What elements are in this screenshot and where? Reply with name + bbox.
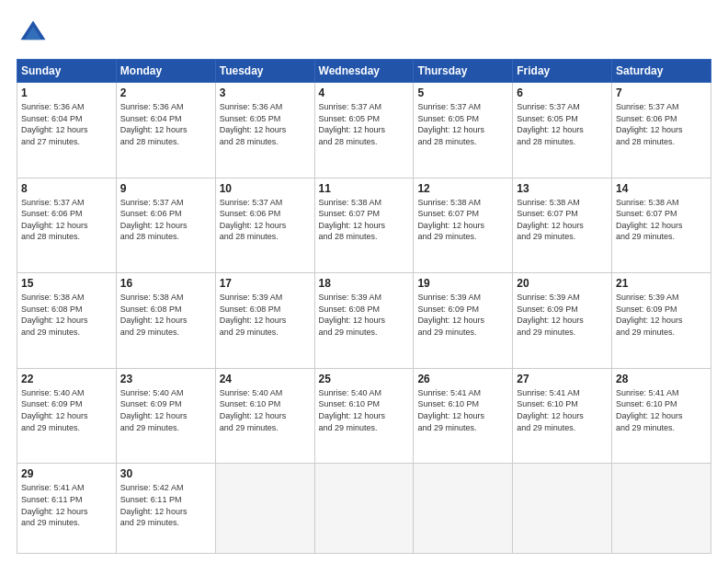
table-row: 12 Sunrise: 5:38 AM Sunset: 6:07 PM Dayl… [414, 178, 513, 273]
day-info: Sunrise: 5:39 AM Sunset: 6:09 PM Dayligh… [517, 293, 584, 337]
table-row: 11 Sunrise: 5:38 AM Sunset: 6:07 PM Dayl… [314, 178, 414, 273]
table-row: 15 Sunrise: 5:38 AM Sunset: 6:08 PM Dayl… [17, 273, 117, 369]
day-number: 24 [220, 373, 311, 385]
day-number: 21 [616, 277, 707, 290]
col-header-saturday: Saturday [612, 60, 711, 83]
day-number: 29 [21, 467, 112, 480]
day-info: Sunrise: 5:39 AM Sunset: 6:09 PM Dayligh… [417, 293, 484, 337]
table-row: 6 Sunrise: 5:37 AM Sunset: 6:05 PM Dayli… [513, 83, 612, 178]
day-info: Sunrise: 5:37 AM Sunset: 6:06 PM Dayligh… [220, 198, 287, 242]
table-row: 10 Sunrise: 5:37 AM Sunset: 6:06 PM Dayl… [215, 178, 314, 273]
table-row: 25 Sunrise: 5:40 AM Sunset: 6:10 PM Dayl… [314, 368, 414, 464]
day-info: Sunrise: 5:37 AM Sunset: 6:06 PM Dayligh… [120, 198, 188, 242]
col-header-wednesday: Wednesday [314, 60, 414, 83]
day-number: 14 [616, 182, 707, 195]
col-header-sunday: Sunday [17, 60, 117, 83]
day-info: Sunrise: 5:37 AM Sunset: 6:05 PM Dayligh… [417, 102, 484, 146]
day-info: Sunrise: 5:41 AM Sunset: 6:10 PM Dayligh… [417, 388, 484, 432]
day-number: 8 [21, 182, 112, 195]
table-row: 5 Sunrise: 5:37 AM Sunset: 6:05 PM Dayli… [414, 83, 513, 178]
day-number: 15 [21, 277, 112, 290]
table-row: 16 Sunrise: 5:38 AM Sunset: 6:08 PM Dayl… [116, 273, 215, 369]
table-row: 8 Sunrise: 5:37 AM Sunset: 6:06 PM Dayli… [17, 178, 117, 273]
day-number: 6 [517, 86, 608, 99]
table-row: 13 Sunrise: 5:38 AM Sunset: 6:07 PM Dayl… [513, 178, 612, 273]
day-info: Sunrise: 5:41 AM Sunset: 6:10 PM Dayligh… [616, 388, 683, 432]
table-row: 20 Sunrise: 5:39 AM Sunset: 6:09 PM Dayl… [513, 273, 612, 369]
day-info: Sunrise: 5:40 AM Sunset: 6:10 PM Dayligh… [319, 388, 386, 432]
day-number: 4 [319, 86, 410, 99]
day-info: Sunrise: 5:40 AM Sunset: 6:09 PM Dayligh… [21, 388, 88, 432]
table-row [513, 464, 612, 554]
logo [17, 17, 55, 50]
day-number: 2 [120, 86, 211, 99]
header [17, 17, 711, 50]
calendar-table: SundayMondayTuesdayWednesdayThursdayFrid… [17, 59, 711, 554]
logo-icon [17, 17, 50, 50]
table-row: 14 Sunrise: 5:38 AM Sunset: 6:07 PM Dayl… [612, 178, 711, 273]
day-info: Sunrise: 5:37 AM Sunset: 6:05 PM Dayligh… [517, 102, 584, 146]
day-info: Sunrise: 5:39 AM Sunset: 6:08 PM Dayligh… [220, 293, 287, 337]
table-row: 4 Sunrise: 5:37 AM Sunset: 6:05 PM Dayli… [314, 83, 414, 178]
day-info: Sunrise: 5:42 AM Sunset: 6:11 PM Dayligh… [120, 483, 188, 527]
table-row: 9 Sunrise: 5:37 AM Sunset: 6:06 PM Dayli… [116, 178, 215, 273]
day-info: Sunrise: 5:39 AM Sunset: 6:09 PM Dayligh… [616, 293, 683, 337]
table-row: 7 Sunrise: 5:37 AM Sunset: 6:06 PM Dayli… [612, 83, 711, 178]
table-row: 18 Sunrise: 5:39 AM Sunset: 6:08 PM Dayl… [314, 273, 414, 369]
day-info: Sunrise: 5:36 AM Sunset: 6:04 PM Dayligh… [120, 102, 188, 146]
day-number: 28 [616, 373, 707, 385]
day-number: 5 [417, 86, 508, 99]
table-row: 30 Sunrise: 5:42 AM Sunset: 6:11 PM Dayl… [116, 464, 215, 554]
day-number: 7 [616, 86, 707, 99]
col-header-tuesday: Tuesday [215, 60, 314, 83]
page: SundayMondayTuesdayWednesdayThursdayFrid… [0, 0, 728, 563]
day-info: Sunrise: 5:36 AM Sunset: 6:04 PM Dayligh… [21, 102, 88, 146]
table-row: 1 Sunrise: 5:36 AM Sunset: 6:04 PM Dayli… [17, 83, 117, 178]
day-info: Sunrise: 5:38 AM Sunset: 6:07 PM Dayligh… [417, 198, 484, 242]
day-info: Sunrise: 5:41 AM Sunset: 6:11 PM Dayligh… [21, 483, 88, 527]
day-number: 30 [120, 467, 211, 480]
day-number: 17 [220, 277, 311, 290]
day-number: 1 [21, 86, 112, 99]
day-info: Sunrise: 5:37 AM Sunset: 6:06 PM Dayligh… [616, 102, 683, 146]
day-number: 11 [319, 182, 410, 195]
col-header-thursday: Thursday [414, 60, 513, 83]
table-row: 21 Sunrise: 5:39 AM Sunset: 6:09 PM Dayl… [612, 273, 711, 369]
table-row: 3 Sunrise: 5:36 AM Sunset: 6:05 PM Dayli… [215, 83, 314, 178]
day-number: 19 [417, 277, 508, 290]
day-number: 25 [319, 373, 410, 385]
table-row [414, 464, 513, 554]
col-header-monday: Monday [116, 60, 215, 83]
day-info: Sunrise: 5:41 AM Sunset: 6:10 PM Dayligh… [517, 388, 584, 432]
day-info: Sunrise: 5:37 AM Sunset: 6:06 PM Dayligh… [21, 198, 88, 242]
day-number: 23 [120, 373, 211, 385]
day-number: 20 [517, 277, 608, 290]
table-row: 26 Sunrise: 5:41 AM Sunset: 6:10 PM Dayl… [414, 368, 513, 464]
day-number: 3 [220, 86, 311, 99]
day-info: Sunrise: 5:38 AM Sunset: 6:08 PM Dayligh… [120, 293, 188, 337]
day-number: 9 [120, 182, 211, 195]
table-row [612, 464, 711, 554]
day-info: Sunrise: 5:39 AM Sunset: 6:08 PM Dayligh… [319, 293, 386, 337]
day-info: Sunrise: 5:38 AM Sunset: 6:07 PM Dayligh… [517, 198, 584, 242]
table-row [314, 464, 414, 554]
table-row: 17 Sunrise: 5:39 AM Sunset: 6:08 PM Dayl… [215, 273, 314, 369]
day-number: 16 [120, 277, 211, 290]
day-info: Sunrise: 5:38 AM Sunset: 6:07 PM Dayligh… [319, 198, 386, 242]
day-number: 10 [220, 182, 311, 195]
day-info: Sunrise: 5:38 AM Sunset: 6:08 PM Dayligh… [21, 293, 88, 337]
table-row: 19 Sunrise: 5:39 AM Sunset: 6:09 PM Dayl… [414, 273, 513, 369]
day-number: 13 [517, 182, 608, 195]
day-info: Sunrise: 5:40 AM Sunset: 6:09 PM Dayligh… [120, 388, 188, 432]
table-row: 28 Sunrise: 5:41 AM Sunset: 6:10 PM Dayl… [612, 368, 711, 464]
day-number: 18 [319, 277, 410, 290]
day-info: Sunrise: 5:40 AM Sunset: 6:10 PM Dayligh… [220, 388, 287, 432]
day-number: 12 [417, 182, 508, 195]
day-number: 27 [517, 373, 608, 385]
day-info: Sunrise: 5:36 AM Sunset: 6:05 PM Dayligh… [220, 102, 287, 146]
day-number: 26 [417, 373, 508, 385]
day-number: 22 [21, 373, 112, 385]
table-row [215, 464, 314, 554]
day-info: Sunrise: 5:37 AM Sunset: 6:05 PM Dayligh… [319, 102, 386, 146]
table-row: 23 Sunrise: 5:40 AM Sunset: 6:09 PM Dayl… [116, 368, 215, 464]
